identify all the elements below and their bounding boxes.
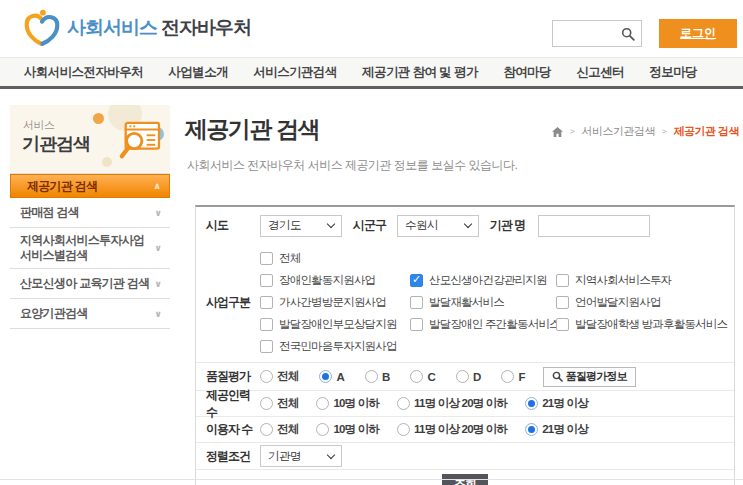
checkbox-label: 장애인활동지원사업 [279,273,375,288]
radio-option[interactable]: F [501,370,524,383]
business-checkbox-option[interactable]: 언어발달지원사업 [556,291,727,313]
logo-text-primary: 사회서비스 [67,17,157,38]
radio-option[interactable]: 11명 이상 20명 이하 [397,396,507,411]
quality-rating-row: 품질평가 전체ABCDF 품질평가정보 [196,362,734,390]
radio-option[interactable]: 11명 이상 20명 이하 [397,422,507,437]
empty-grid-cell [410,335,556,357]
radio-option[interactable]: C [410,370,435,383]
sort-select[interactable]: 기관명 [260,445,342,467]
sidebar-title: 기관검색 [22,132,90,156]
business-checkbox-option[interactable]: 발달장애인부모상담지원 [260,313,410,335]
quality-info-button[interactable]: 품질평가정보 [543,367,636,387]
chevron-down-icon: ∨ [154,309,161,319]
browser-search-icon [117,121,161,161]
radio-label: D [473,371,481,383]
search-icon[interactable] [621,27,635,41]
quality-rating-label: 품질평가 [206,368,260,385]
business-checkbox-option[interactable]: 발달장애학생 방과후활동서비스 [556,313,727,335]
sidebar-item[interactable]: 산모신생아 교육기관 검색∨ [10,269,170,299]
logo-text: 사회서비스전자바우처 [67,15,251,41]
radio-option[interactable]: 전체 [260,369,298,384]
sido-select-value: 경기도 [268,218,301,233]
sidebar: 서비스 기관검색 제공기관 검색∧판매점 검색∨지역사회서비스투자사업 서비스별… [10,105,170,329]
sidebar-item-label: 판매점 검색 [20,205,79,220]
radio-label: 21명 이상 [542,422,588,437]
decorative-circle [93,113,104,124]
home-icon[interactable] [552,127,563,137]
business-checkbox-option[interactable]: 발달장애인 주간활동서비스 [410,313,556,335]
radio-selected-icon [319,370,332,383]
business-checkbox-option[interactable]: 전국민마음투자지원사업 [260,335,410,357]
radio-option[interactable]: 전체 [260,422,298,437]
search-input[interactable] [553,21,621,46]
radio-option[interactable]: 전체 [260,396,298,411]
org-name-input[interactable] [538,215,650,237]
quality-radio-group: 전체ABCDF [260,369,525,384]
sido-label: 시도 [206,217,260,234]
nav-item[interactable]: 신고센터 [576,64,624,81]
search-icon [552,371,563,382]
checkbox-unchecked-icon [410,318,423,331]
breadcrumb-item[interactable]: 제공기관 검색 [673,124,739,139]
checkbox-unchecked-icon [260,252,273,265]
user-count-row: 이용자 수 전체10명 이하11명 이상 20명 이하21명 이상 [196,416,734,442]
business-checkbox-option[interactable]: 가사간병방문지원사업 [260,291,410,313]
business-checkbox-option[interactable]: 발달재활서비스 [410,291,556,313]
nav-item[interactable]: 정보마당 [649,64,697,81]
sidebar-item-label: 지역사회서비스투자사업 서비스별검색 [20,233,150,263]
breadcrumb: ＞서비스기관검색＞제공기관 검색 [552,124,739,139]
sido-select[interactable]: 경기도 [260,215,342,237]
sort-select-value: 기관명 [268,449,301,464]
chevron-down-icon [327,450,335,458]
submit-row: 조회 [196,469,734,485]
radio-selected-icon [525,397,538,410]
business-checkbox-option[interactable]: 산모신생아건강관리지원 [410,269,556,291]
checkbox-label: 발달장애인 주간활동서비스 [429,317,560,332]
sidebar-menu: 제공기관 검색∧판매점 검색∨지역사회서비스투자사업 서비스별검색∨산모신생아 … [10,173,170,329]
sigungu-select[interactable]: 수원시 [397,215,479,237]
sigungu-label: 시군구 [353,217,397,234]
radio-label: 10명 이하 [333,422,379,437]
radio-option[interactable]: B [365,370,390,383]
header-search-box [552,20,642,47]
sidebar-item[interactable]: 요양기관검색∨ [10,299,170,329]
radio-label: 전체 [277,396,298,411]
nav-item[interactable]: 사회서비스전자바우처 [24,64,143,81]
checkbox-label: 지역사회서비스투자 [575,273,671,288]
nav-item[interactable]: 사업별소개 [168,64,228,81]
nav-item[interactable]: 제공기관 참여 및 평가 [362,64,478,81]
user-count-radio-group: 전체10명 이하11명 이상 20명 이하21명 이상 [260,422,588,437]
site-header: 사회서비스전자바우처 로그인 [0,0,743,57]
sidebar-item[interactable]: 판매점 검색∨ [10,198,170,228]
sidebar-header: 서비스 기관검색 [10,105,170,173]
checkbox-unchecked-icon [260,296,273,309]
radio-option[interactable]: 21명 이상 [525,422,588,437]
radio-option[interactable]: 10명 이하 [316,396,379,411]
radio-option[interactable]: D [456,370,481,383]
sidebar-item[interactable]: 지역사회서비스투자사업 서비스별검색∨ [10,228,170,269]
nav-item[interactable]: 참여마당 [503,64,551,81]
checkbox-label: 발달장애학생 방과후활동서비스 [575,317,727,332]
site-logo[interactable]: 사회서비스전자바우처 [24,8,251,48]
sidebar-item[interactable]: 제공기관 검색∧ [10,174,170,198]
login-button[interactable]: 로그인 [659,19,737,48]
chevron-down-icon: ∨ [154,208,161,218]
checkbox-label: 발달재활서비스 [429,295,504,310]
radio-unselected-icon [397,423,410,436]
sigungu-select-value: 수원시 [405,218,438,233]
staff-count-radio-group: 전체10명 이하11명 이상 20명 이하21명 이상 [260,396,588,411]
business-checkbox-option[interactable]: 장애인활동지원사업 [260,269,410,291]
business-checkbox-option[interactable]: 전체 [260,247,410,269]
checkbox-label: 전체 [279,251,300,266]
main-nav: 사회서비스전자바우처사업별소개서비스기관검색제공기관 참여 및 평가참여마당신고… [0,57,743,89]
radio-option[interactable]: A [319,370,344,383]
business-checkbox-option[interactable]: 지역사회서비스투자 [556,269,727,291]
radio-option[interactable]: 21명 이상 [525,396,588,411]
main-content: 제공기관 검색 ＞서비스기관검색＞제공기관 검색 사회서비스 전자바우처 서비스… [185,105,743,485]
breadcrumb-item[interactable]: 서비스기관검색 [581,124,655,139]
nav-item[interactable]: 서비스기관검색 [253,64,336,81]
radio-option[interactable]: 10명 이하 [316,422,379,437]
sort-label: 정렬조건 [206,448,260,465]
breadcrumb-separator: ＞ [568,125,577,138]
radio-selected-icon [525,423,538,436]
